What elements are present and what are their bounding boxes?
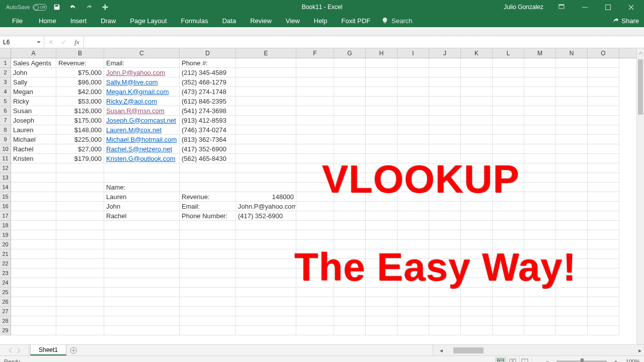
name-box[interactable]: L6	[0, 36, 44, 48]
cell-E12[interactable]	[236, 163, 296, 173]
cell-E26[interactable]	[236, 297, 296, 307]
row-header[interactable]: 25	[0, 288, 11, 297]
row-header[interactable]: 11	[0, 154, 11, 163]
cell-C16[interactable]: John	[104, 202, 180, 211]
cell-N14[interactable]	[556, 183, 588, 192]
cell-B18[interactable]	[56, 221, 104, 230]
cell-G28[interactable]	[334, 316, 366, 326]
cell-F6[interactable]	[296, 106, 334, 116]
cell-H26[interactable]	[366, 297, 397, 307]
share-button[interactable]: Share	[612, 17, 639, 25]
cell-D14[interactable]	[180, 183, 236, 192]
cell-A27[interactable]	[11, 307, 56, 316]
touch-mode-icon[interactable]	[99, 1, 111, 13]
cell-H17[interactable]	[366, 211, 397, 221]
cell-O1[interactable]	[588, 58, 619, 68]
cell-I17[interactable]	[397, 211, 429, 221]
cell-F5[interactable]	[296, 97, 334, 106]
cell-N1[interactable]	[556, 58, 588, 68]
cell-E19[interactable]	[236, 230, 296, 240]
cell-K3[interactable]	[461, 77, 493, 87]
cell-I5[interactable]	[397, 97, 429, 106]
cell-F16[interactable]	[296, 202, 334, 211]
cell-H29[interactable]	[366, 326, 397, 335]
cell-A7[interactable]: Joseph	[11, 116, 56, 125]
cell-M9[interactable]	[524, 135, 556, 144]
cell-H20[interactable]	[366, 240, 397, 249]
cell-B19[interactable]	[56, 230, 104, 240]
cell-J28[interactable]	[429, 316, 461, 326]
row-header[interactable]: 24	[0, 278, 11, 288]
cell-J24[interactable]	[429, 278, 461, 288]
cell-N5[interactable]	[556, 97, 588, 106]
cell-G24[interactable]	[334, 278, 366, 288]
cell-L12[interactable]	[493, 163, 524, 173]
cell-C4[interactable]: Megan.K@gmail.com	[104, 87, 180, 97]
cell-A20[interactable]	[11, 240, 56, 249]
cell-B26[interactable]	[56, 297, 104, 307]
row-header[interactable]: 14	[0, 183, 11, 192]
cell-N11[interactable]	[556, 154, 588, 163]
cell-J15[interactable]	[429, 192, 461, 202]
cell-B28[interactable]	[56, 316, 104, 326]
cell-C26[interactable]	[104, 297, 180, 307]
cell-L21[interactable]	[493, 249, 524, 259]
cell-C2[interactable]: John.P@yahoo.com	[104, 68, 180, 77]
cell-D17[interactable]: Phone Number:	[180, 211, 236, 221]
cell-G25[interactable]	[334, 288, 366, 297]
cell-N23[interactable]	[556, 268, 588, 278]
cell-K7[interactable]	[461, 116, 493, 125]
tab-formulas[interactable]: Formulas	[174, 14, 215, 27]
cell-O6[interactable]	[588, 106, 619, 116]
cell-G11[interactable]	[334, 154, 366, 163]
cell-K13[interactable]	[461, 173, 493, 183]
row-header[interactable]: 9	[0, 135, 11, 144]
cell-A14[interactable]	[11, 183, 56, 192]
cell-D22[interactable]	[180, 259, 236, 268]
col-header-C[interactable]: C	[104, 48, 180, 58]
cell-L24[interactable]	[493, 278, 524, 288]
cell-I20[interactable]	[397, 240, 429, 249]
col-header-D[interactable]: D	[180, 48, 236, 58]
cell-E18[interactable]	[236, 221, 296, 230]
hscroll-left-icon[interactable]: ◂	[437, 347, 445, 354]
cell-C20[interactable]	[104, 240, 180, 249]
cell-M1[interactable]	[524, 58, 556, 68]
cell-E4[interactable]	[236, 87, 296, 97]
cell-K5[interactable]	[461, 97, 493, 106]
cell-L9[interactable]	[493, 135, 524, 144]
cell-I11[interactable]	[397, 154, 429, 163]
col-header-A[interactable]: A	[11, 48, 56, 58]
cell-J16[interactable]	[429, 202, 461, 211]
cell-K2[interactable]	[461, 68, 493, 77]
col-header-K[interactable]: K	[461, 48, 493, 58]
row-header[interactable]: 16	[0, 202, 11, 211]
ribbon-options-icon[interactable]	[550, 0, 573, 14]
row-header[interactable]: 20	[0, 240, 11, 249]
cell-A25[interactable]	[11, 288, 56, 297]
cell-I24[interactable]	[397, 278, 429, 288]
cell-J25[interactable]	[429, 288, 461, 297]
cell-J9[interactable]	[429, 135, 461, 144]
cell-G8[interactable]	[334, 125, 366, 135]
sheet-nav[interactable]	[0, 345, 29, 355]
cell-M29[interactable]	[524, 326, 556, 335]
cell-F14[interactable]	[296, 183, 334, 192]
cell-H4[interactable]	[366, 87, 397, 97]
cell-K22[interactable]	[461, 259, 493, 268]
cell-G18[interactable]	[334, 221, 366, 230]
cell-N28[interactable]	[556, 316, 588, 326]
cell-H24[interactable]	[366, 278, 397, 288]
cell-H25[interactable]	[366, 288, 397, 297]
cell-M11[interactable]	[524, 154, 556, 163]
cell-C22[interactable]	[104, 259, 180, 268]
cell-O24[interactable]	[588, 278, 619, 288]
cell-E8[interactable]	[236, 125, 296, 135]
cell-F8[interactable]	[296, 125, 334, 135]
cell-O3[interactable]	[588, 77, 619, 87]
cell-A17[interactable]	[11, 211, 56, 221]
cell-B21[interactable]	[56, 249, 104, 259]
cell-B3[interactable]: $96,000	[56, 77, 104, 87]
cell-O16[interactable]	[588, 202, 619, 211]
row-header[interactable]: 5	[0, 97, 11, 106]
